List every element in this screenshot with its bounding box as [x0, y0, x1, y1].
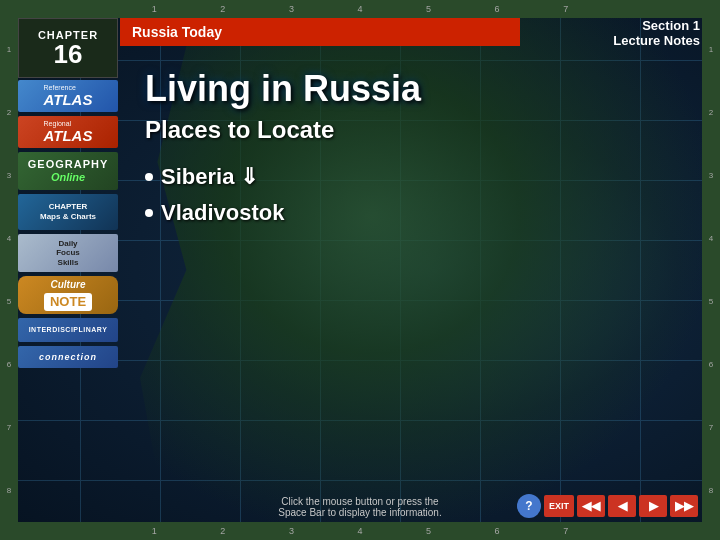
- sidebar-item-regional-atlas[interactable]: Regional ATLAS: [18, 116, 118, 148]
- sidebar-item-reference-atlas[interactable]: Reference ATLAS: [18, 80, 118, 112]
- places-subtitle: Places to Locate: [145, 116, 675, 144]
- bullet-item-siberia: Siberia ⇓: [145, 164, 675, 190]
- regional-label: Regional: [44, 120, 93, 127]
- ruler-mark: 6: [495, 4, 500, 14]
- ruler-mark: 2: [709, 108, 713, 117]
- sidebar: Reference ATLAS Regional ATLAS GEOGRAPHY…: [18, 80, 118, 368]
- ruler-mark: 1: [709, 45, 713, 54]
- click-instruction-line2: Space Bar to display the information.: [278, 507, 441, 518]
- ruler-mark: 6: [495, 526, 500, 536]
- bottom-ruler: 1 2 3 4 5 6 7: [0, 522, 720, 540]
- next-next-button[interactable]: ▶▶: [670, 495, 698, 517]
- chapter-box: CHAPTER 16: [18, 18, 118, 78]
- ruler-mark: 1: [152, 4, 157, 14]
- ruler-mark: 4: [709, 234, 713, 243]
- maps-charts-label: CHAPTERMaps & Charts: [40, 202, 96, 221]
- help-button[interactable]: ?: [517, 494, 541, 518]
- ruler-mark: 3: [7, 171, 11, 180]
- click-instruction: Click the mouse button or press the Spac…: [278, 496, 441, 518]
- russia-today-tab[interactable]: Russia Today: [120, 18, 520, 46]
- prev-prev-icon: ◀◀: [582, 499, 600, 513]
- bullet-dot: [145, 173, 153, 181]
- right-ruler: 1 2 3 4 5 6 7 8: [702, 18, 720, 522]
- lecture-notes-label: Lecture Notes: [613, 33, 700, 48]
- bullet-text-vladivostok: Vladivostok: [161, 200, 284, 226]
- header-section: Section 1 Lecture Notes: [613, 18, 700, 48]
- ruler-mark: 4: [357, 526, 362, 536]
- ruler-mark: 5: [7, 297, 11, 306]
- ruler-mark: 5: [426, 4, 431, 14]
- interdisciplinary-label: INTERDISCIPLINARY: [29, 326, 108, 334]
- ruler-mark: 2: [220, 4, 225, 14]
- ruler-mark: 8: [7, 486, 11, 495]
- top-ruler: 1 2 3 4 5 6 7: [0, 0, 720, 18]
- ruler-mark: 2: [220, 526, 225, 536]
- ruler-mark: 6: [7, 360, 11, 369]
- atlas-label: ATLAS: [44, 91, 93, 108]
- sidebar-item-geography-online[interactable]: GEOGRAPHY Online: [18, 152, 118, 190]
- exit-label: EXIT: [549, 501, 569, 511]
- ruler-mark: 1: [152, 526, 157, 536]
- next-next-icon: ▶▶: [675, 499, 693, 513]
- prev-button[interactable]: ◀: [608, 495, 636, 517]
- ruler-mark: 5: [426, 526, 431, 536]
- geography-label: GEOGRAPHY: [28, 158, 109, 171]
- ruler-mark: 3: [709, 171, 713, 180]
- ruler-mark: 7: [563, 526, 568, 536]
- left-ruler: 1 2 3 4 5 6 7 8: [0, 18, 18, 522]
- reference-label: Reference: [44, 84, 93, 91]
- ruler-mark: 1: [7, 45, 11, 54]
- bullet-item-vladivostok: Vladivostok: [145, 200, 675, 226]
- ruler-mark: 8: [709, 486, 713, 495]
- next-button[interactable]: ▶: [639, 495, 667, 517]
- chapter-number: 16: [54, 41, 83, 67]
- exit-button[interactable]: EXIT: [544, 495, 574, 517]
- note-label: NOTE: [44, 293, 92, 311]
- sidebar-item-maps-charts[interactable]: CHAPTERMaps & Charts: [18, 194, 118, 230]
- ruler-marks-bottom: 1 2 3 4 5 6 7: [120, 526, 600, 536]
- next-icon: ▶: [649, 499, 658, 513]
- click-instruction-line1: Click the mouse button or press the: [278, 496, 441, 507]
- prev-icon: ◀: [618, 499, 627, 513]
- ruler-marks-top: 1 2 3 4 5 6 7: [120, 4, 600, 14]
- bottom-nav: ? EXIT ◀◀ ◀ ▶ ▶▶: [517, 494, 698, 518]
- atlas-label2: ATLAS: [44, 127, 93, 144]
- sidebar-item-daily-focus[interactable]: DailyFocusSkills: [18, 234, 118, 272]
- connection-label: connection: [39, 352, 97, 363]
- culture-label: Culture: [51, 279, 86, 291]
- page-title: Living in Russia: [145, 68, 675, 110]
- daily-focus-label: DailyFocusSkills: [56, 239, 80, 268]
- prev-prev-button[interactable]: ◀◀: [577, 495, 605, 517]
- tab-label: Russia Today: [132, 24, 222, 40]
- sidebar-item-culture-note[interactable]: Culture NOTE: [18, 276, 118, 314]
- ruler-mark: 7: [709, 423, 713, 432]
- sidebar-item-interdisciplinary[interactable]: INTERDISCIPLINARY: [18, 318, 118, 342]
- online-label: Online: [51, 171, 85, 184]
- main-content: Living in Russia Places to Locate Siberi…: [125, 48, 695, 500]
- ruler-mark: 4: [7, 234, 11, 243]
- bullet-list: Siberia ⇓ Vladivostok: [145, 164, 675, 226]
- bullet-text-siberia: Siberia ⇓: [161, 164, 258, 190]
- ruler-mark: 7: [7, 423, 11, 432]
- ruler-mark: 3: [289, 4, 294, 14]
- bullet-dot: [145, 209, 153, 217]
- help-icon: ?: [525, 499, 532, 513]
- section-label: Section 1: [613, 18, 700, 33]
- ruler-mark: 4: [357, 4, 362, 14]
- ruler-mark: 3: [289, 526, 294, 536]
- ruler-mark: 5: [709, 297, 713, 306]
- ruler-mark: 6: [709, 360, 713, 369]
- sidebar-item-connection[interactable]: connection: [18, 346, 118, 368]
- ruler-mark: 7: [563, 4, 568, 14]
- ruler-mark: 2: [7, 108, 11, 117]
